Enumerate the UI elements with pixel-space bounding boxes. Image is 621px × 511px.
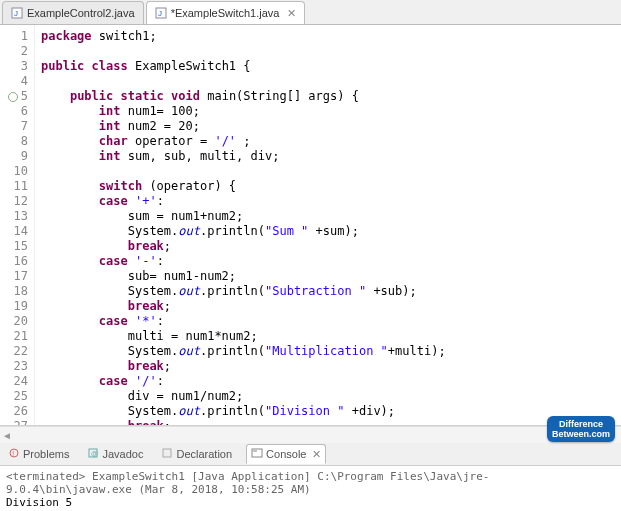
bottom-tabs: ! Problems @ Javadoc Declaration Console… bbox=[0, 443, 621, 466]
line-number: 16 bbox=[0, 254, 28, 269]
console-header: <terminated> ExampleSwitch1 [Java Applic… bbox=[6, 470, 615, 496]
code-editor[interactable]: 1 2 3 4 5 6 7 8 9 10 11 12 13 14 15 16 1… bbox=[0, 25, 621, 426]
tab-console[interactable]: Console ✕ bbox=[246, 444, 326, 464]
tab-examplecontrol2[interactable]: J ExampleControl2.java bbox=[2, 1, 144, 24]
tab-javadoc[interactable]: @ Javadoc bbox=[83, 445, 147, 463]
console-icon bbox=[251, 447, 263, 461]
tab-problems[interactable]: ! Problems bbox=[4, 445, 73, 463]
line-number: 14 bbox=[0, 224, 28, 239]
line-number: 9 bbox=[0, 149, 28, 164]
java-file-icon: J bbox=[11, 7, 23, 19]
java-file-icon: J bbox=[155, 7, 167, 19]
line-number: 17 bbox=[0, 269, 28, 284]
tab-label: Problems bbox=[23, 448, 69, 460]
line-number: 1 bbox=[0, 29, 28, 44]
badge-line2: Between.com bbox=[552, 429, 610, 439]
line-number: 24 bbox=[0, 374, 28, 389]
line-number: 22 bbox=[0, 344, 28, 359]
line-gutter: 1 2 3 4 5 6 7 8 9 10 11 12 13 14 15 16 1… bbox=[0, 25, 35, 425]
tab-label: Javadoc bbox=[102, 448, 143, 460]
badge-line1: Difference bbox=[552, 419, 610, 429]
line-number: 12 bbox=[0, 194, 28, 209]
tab-declaration[interactable]: Declaration bbox=[157, 445, 236, 463]
watermark-badge: Difference Between.com bbox=[547, 416, 615, 442]
svg-text:@: @ bbox=[91, 450, 98, 457]
svg-text:!: ! bbox=[12, 449, 14, 458]
svg-text:J: J bbox=[14, 9, 18, 18]
line-number: 11 bbox=[0, 179, 28, 194]
line-number: 7 bbox=[0, 119, 28, 134]
line-number: 26 bbox=[0, 404, 28, 419]
svg-text:J: J bbox=[158, 9, 162, 18]
line-number: 20 bbox=[0, 314, 28, 329]
tab-label: Console bbox=[266, 448, 306, 460]
line-number: 18 bbox=[0, 284, 28, 299]
svg-rect-9 bbox=[252, 449, 262, 457]
line-number: 21 bbox=[0, 329, 28, 344]
javadoc-icon: @ bbox=[87, 447, 99, 461]
tab-label: ExampleControl2.java bbox=[27, 7, 135, 19]
console-view: <terminated> ExampleSwitch1 [Java Applic… bbox=[0, 466, 621, 511]
line-number: 4 bbox=[0, 74, 28, 89]
line-number: 23 bbox=[0, 359, 28, 374]
code-area[interactable]: package switch1; public class ExampleSwi… bbox=[35, 25, 621, 425]
line-number: 27 bbox=[0, 419, 28, 426]
line-number: 8 bbox=[0, 134, 28, 149]
problems-icon: ! bbox=[8, 447, 20, 461]
line-number: 3 bbox=[0, 59, 28, 74]
close-icon[interactable]: ✕ bbox=[312, 448, 321, 461]
line-number: 13 bbox=[0, 209, 28, 224]
tab-label: *ExampleSwitch1.java bbox=[171, 7, 280, 19]
console-output: Division 5 bbox=[6, 496, 615, 509]
declaration-icon bbox=[161, 447, 173, 461]
line-number: 19 bbox=[0, 299, 28, 314]
tab-label: Declaration bbox=[176, 448, 232, 460]
line-number: 5 bbox=[0, 89, 28, 104]
close-icon[interactable]: ✕ bbox=[287, 7, 296, 20]
line-number: 2 bbox=[0, 44, 28, 59]
line-number: 25 bbox=[0, 389, 28, 404]
line-number: 6 bbox=[0, 104, 28, 119]
scroll-left-icon[interactable]: ◄ bbox=[0, 430, 14, 441]
horizontal-scrollbar[interactable]: ◄ bbox=[0, 426, 621, 443]
line-number: 10 bbox=[0, 164, 28, 179]
svg-rect-8 bbox=[163, 449, 171, 457]
line-number: 15 bbox=[0, 239, 28, 254]
editor-tabs: J ExampleControl2.java J *ExampleSwitch1… bbox=[0, 0, 621, 25]
tab-exampleswitch1[interactable]: J *ExampleSwitch1.java ✕ bbox=[146, 1, 306, 24]
